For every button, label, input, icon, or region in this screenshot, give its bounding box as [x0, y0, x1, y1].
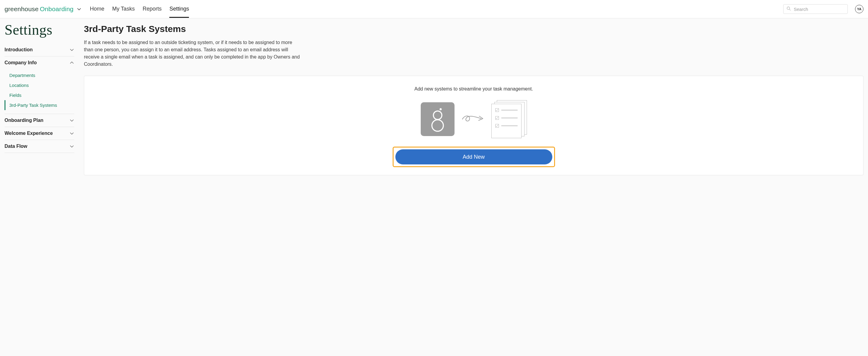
- checklist-docs-icon: [491, 100, 527, 138]
- chevron-up-icon: [69, 60, 74, 65]
- section-header-onboarding-plan[interactable]: Onboarding Plan: [4, 114, 74, 127]
- nav-home[interactable]: Home: [90, 0, 104, 18]
- brand[interactable]: greenhouse Onboarding: [4, 5, 82, 13]
- brand-part-1: greenhouse: [4, 5, 39, 13]
- nav-reports[interactable]: Reports: [143, 0, 161, 18]
- section-header-welcome-experience[interactable]: Welcome Experience: [4, 127, 74, 140]
- sidebar: Settings Introduction Company Info Depar…: [4, 19, 79, 356]
- nav-settings[interactable]: Settings: [169, 0, 189, 18]
- empty-state-card: Add new systems to streamline your task …: [84, 76, 864, 175]
- subnav-company-info: Departments Locations Fields 3rd-Party T…: [4, 69, 74, 114]
- chevron-down-icon: [69, 144, 74, 149]
- section-header-company-info[interactable]: Company Info: [4, 57, 74, 69]
- add-new-button[interactable]: Add New: [395, 149, 552, 164]
- search-input[interactable]: [794, 7, 844, 12]
- brand-part-2: Onboarding: [40, 5, 74, 13]
- sidebar-item-locations[interactable]: Locations: [4, 80, 74, 90]
- sidebar-item-label: 3rd-Party Task Systems: [9, 103, 57, 108]
- app-tile-icon: [421, 102, 455, 136]
- arrow-icon: [461, 112, 485, 126]
- section-label: Data Flow: [4, 143, 28, 149]
- nav-label: Reports: [143, 6, 161, 12]
- chevron-down-icon: [69, 131, 74, 136]
- main-content: 3rd-Party Task Systems If a task needs t…: [79, 19, 864, 356]
- svg-line-1: [789, 9, 791, 10]
- sidebar-section-welcome-experience: Welcome Experience: [4, 127, 74, 140]
- chevron-down-icon[interactable]: [77, 7, 82, 11]
- svg-point-3: [433, 111, 442, 120]
- top-nav: greenhouse Onboarding Home My Tasks Repo…: [0, 0, 868, 19]
- section-label: Welcome Experience: [4, 131, 53, 136]
- sidebar-item-3rd-party-task-systems[interactable]: 3rd-Party Task Systems: [4, 100, 74, 110]
- nav-label: Home: [90, 6, 104, 12]
- chevron-down-icon: [69, 118, 74, 123]
- sidebar-item-label: Departments: [9, 73, 35, 78]
- sidebar-section-data-flow: Data Flow: [4, 140, 74, 153]
- sidebar-section-introduction: Introduction: [4, 43, 74, 57]
- sidebar-item-label: Fields: [9, 93, 22, 98]
- section-header-data-flow[interactable]: Data Flow: [4, 140, 74, 153]
- sidebar-item-fields[interactable]: Fields: [4, 90, 74, 100]
- section-label: Company Info: [4, 60, 37, 65]
- sidebar-section-company-info: Company Info Departments Locations Field…: [4, 57, 74, 114]
- sidebar-item-departments[interactable]: Departments: [4, 70, 74, 80]
- nav-label: Settings: [169, 6, 189, 12]
- sidebar-item-label: Locations: [9, 83, 29, 88]
- section-label: Introduction: [4, 47, 33, 53]
- nav-my-tasks[interactable]: My Tasks: [112, 0, 135, 18]
- search-box[interactable]: [783, 4, 848, 14]
- search-icon: [786, 6, 791, 12]
- sidebar-section-onboarding-plan: Onboarding Plan: [4, 114, 74, 127]
- content-description: If a task needs to be assigned to an out…: [84, 39, 301, 68]
- avatar-initials: YA: [857, 7, 861, 11]
- nav-links: Home My Tasks Reports Settings: [90, 0, 189, 18]
- add-new-label: Add New: [463, 154, 485, 160]
- empty-state-hint: Add new systems to streamline your task …: [90, 86, 857, 92]
- section-header-introduction[interactable]: Introduction: [4, 43, 74, 56]
- chevron-down-icon: [69, 47, 74, 52]
- nav-label: My Tasks: [112, 6, 135, 12]
- svg-point-4: [432, 120, 443, 131]
- add-new-highlight: Add New: [393, 147, 555, 167]
- section-label: Onboarding Plan: [4, 118, 43, 123]
- svg-point-2: [439, 108, 441, 110]
- page-title: Settings: [4, 22, 74, 38]
- illustration: [90, 100, 857, 138]
- avatar[interactable]: YA: [855, 5, 864, 13]
- content-heading: 3rd-Party Task Systems: [84, 24, 864, 34]
